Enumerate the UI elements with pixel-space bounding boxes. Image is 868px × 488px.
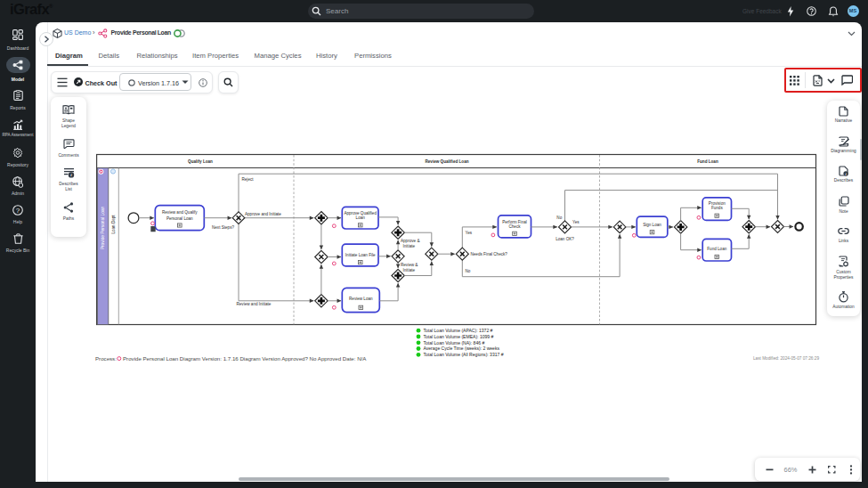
svg-text:Review Loan: Review Loan [349, 297, 373, 301]
svg-text:Next Steps?: Next Steps? [212, 225, 234, 230]
svg-text:No: No [556, 216, 562, 220]
svg-text:Initiate Loan File: Initiate Loan File [345, 253, 376, 257]
svg-text:Review and Qualify: Review and Qualify [162, 210, 198, 215]
svg-text:Check: Check [508, 224, 521, 229]
svg-text:Fund Loan: Fund Loan [707, 247, 726, 251]
svg-text:No: No [466, 269, 471, 273]
svg-text:Personal Loan: Personal Loan [166, 216, 193, 221]
svg-text:Process:: Process: [95, 355, 117, 362]
svg-text:Fund Loan: Fund Loan [697, 159, 718, 164]
svg-text:Yes: Yes [572, 220, 580, 224]
svg-text:Initiate: Initiate [403, 244, 416, 248]
svg-text:Review and Initiate: Review and Initiate [237, 302, 272, 306]
svg-text:Initiate: Initiate [403, 268, 416, 272]
svg-text:Approve and Initiate: Approve and Initiate [245, 212, 281, 216]
svg-text:Loan Dept: Loan Dept [111, 215, 116, 234]
svg-text:Total Loan Volume (APAC): 1372: Total Loan Volume (APAC): 1372 # [424, 328, 493, 333]
svg-text:Review Qualified Loan: Review Qualified Loan [425, 159, 468, 164]
svg-text:Reject: Reject [242, 177, 255, 182]
svg-text:Total Loan Volume (EMEA): 1099: Total Loan Volume (EMEA): 1099 # [424, 334, 494, 339]
svg-text:Average Cycle Time (weeks): 2: Average Cycle Time (weeks): 2 weeks [424, 346, 500, 351]
svg-text:Needs Final Check?: Needs Final Check? [471, 252, 508, 256]
svg-text:Funds: Funds [711, 206, 723, 210]
svg-text:Total Loan Volume (NA): 846 #: Total Loan Volume (NA): 846 # [424, 340, 485, 346]
svg-text:Provide Personal Loan Diagram: Provide Personal Loan Diagram Version: 1… [123, 355, 367, 362]
svg-text:?: ? [16, 206, 20, 214]
svg-text:Loan OK?: Loan OK? [556, 237, 574, 241]
svg-text:Last Modified: 2024-05-07 07:2: Last Modified: 2024-05-07 07:26:29 [753, 356, 819, 361]
svg-text:Qualify Loan: Qualify Loan [188, 159, 213, 164]
svg-text:Provide Personal Loan: Provide Personal Loan [101, 206, 105, 249]
svg-text:Sign Loan: Sign Loan [643, 223, 661, 227]
svg-text:Review &: Review & [401, 263, 418, 267]
svg-text:Yes: Yes [466, 231, 473, 235]
svg-text:Loan: Loan [356, 216, 366, 220]
svg-text:Total Loan Volume (All Regions: Total Loan Volume (All Regions): 3317 # [424, 352, 504, 357]
svg-text:Approve &: Approve & [401, 239, 419, 243]
